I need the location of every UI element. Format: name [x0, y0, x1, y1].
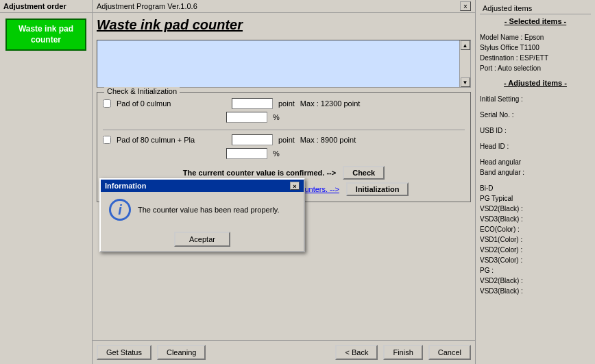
- left-panel: Adjustment order Waste ink padcounter: [0, 0, 93, 364]
- pad0-row: Pad of 0 culmun 0 point Max : 12300 poin…: [103, 98, 465, 123]
- port: Port : Auto selection: [480, 63, 591, 73]
- pad80-row: Pad of 80 culmun + Pla 0 point Max : 890…: [103, 134, 465, 159]
- vsd2-black-2: VSD2(Black) :: [480, 276, 591, 286]
- bottom-buttons-bar: Get Status Cleaning < Back Finish Cancel: [93, 340, 475, 364]
- main-panel: Adjustment Program Ver.1.0.6 × Waste ink…: [93, 0, 475, 364]
- dialog-message: The counter value has been read properly…: [138, 206, 279, 214]
- scroll-down-arrow[interactable]: ▼: [461, 77, 470, 87]
- page-title: Waste ink pad counter: [97, 17, 471, 33]
- program-title: Adjustment Program Ver.1.0.6: [97, 2, 197, 10]
- vsd3-black-2: VSD3(Black) :: [480, 286, 591, 296]
- bi-d: Bi-D: [480, 183, 591, 193]
- text-display-scrollbar: ▲ ▼: [459, 40, 470, 87]
- confirm-text: The current counter value is confirmed. …: [183, 169, 336, 177]
- right-panel-title: Adjusted items: [480, 3, 591, 14]
- dialog-title-bar: Information ×: [101, 180, 304, 192]
- pg-typical: PG Typical: [480, 193, 591, 204]
- pad0-row-bottom: 0 %: [226, 112, 465, 123]
- pad0-unit1: point: [278, 99, 295, 108]
- left-panel-title: Adjustment order: [0, 0, 92, 13]
- waste-pad-button[interactable]: Waste ink padcounter: [5, 19, 86, 51]
- pad0-row-top: Pad of 0 culmun 0 point Max : 12300 poin…: [103, 98, 465, 109]
- info-dialog: Information × i The counter value has be…: [99, 178, 305, 252]
- pad80-row-top: Pad of 80 culmun + Pla 0 point Max : 890…: [103, 134, 465, 145]
- cleaning-button[interactable]: Cleaning: [157, 345, 206, 360]
- confirm-row: The current counter value is confirmed. …: [103, 166, 465, 180]
- scroll-up-arrow[interactable]: ▲: [461, 40, 470, 50]
- cancel-button[interactable]: Cancel: [428, 345, 471, 360]
- band-angular: Band angular :: [480, 167, 591, 178]
- vsd1-color: VSD1(Color) :: [480, 234, 591, 245]
- dialog-title: Information: [105, 182, 147, 190]
- dialog-close-button[interactable]: ×: [290, 182, 300, 190]
- head-id: Head ID :: [480, 141, 591, 151]
- dialog-overlay: Information × i The counter value has be…: [99, 178, 305, 252]
- pad0-value1[interactable]: 0: [232, 98, 273, 109]
- eco-color: ECO(Color) :: [480, 224, 591, 234]
- pad0-value2[interactable]: 0: [226, 112, 267, 123]
- head-angular: Head angular: [480, 157, 591, 167]
- separator: [103, 130, 465, 130]
- main-close-button[interactable]: ×: [460, 1, 471, 11]
- main-content: Waste ink pad counter ▲ ▼ Check & Initia…: [93, 13, 475, 340]
- dialog-footer: Aceptar: [101, 228, 304, 251]
- pad80-max: Max : 8900 point: [300, 136, 356, 144]
- main-title-bar: Adjustment Program Ver.1.0.6 ×: [93, 0, 475, 13]
- vsd3-black: VSD3(Black) :: [480, 214, 591, 224]
- pad0-max: Max : 12300 point: [300, 99, 360, 108]
- pad0-unit2: %: [273, 113, 280, 121]
- model-detail: Stylus Office T1100: [480, 43, 591, 53]
- vsd2-color: VSD2(Color) :: [480, 245, 591, 255]
- pad80-value2[interactable]: 0: [226, 148, 267, 159]
- check-button[interactable]: Check: [343, 166, 385, 180]
- model-name: Model Name : Epson: [480, 32, 591, 43]
- aceptar-button[interactable]: Aceptar: [174, 232, 230, 247]
- initial-setting: Initial Setting :: [480, 94, 591, 104]
- pad80-unit2: %: [273, 149, 280, 158]
- pad80-checkbox[interactable]: [103, 136, 111, 144]
- adjusted-items-title: - Adjusted items -: [480, 79, 591, 87]
- vsd2-black: VSD2(Black) :: [480, 204, 591, 214]
- vsd3-color: VSD3(Color) :: [480, 255, 591, 265]
- get-status-button[interactable]: Get Status: [97, 345, 151, 360]
- selected-items-title: - Selected items -: [480, 17, 591, 25]
- pad80-value1[interactable]: 0: [232, 134, 273, 145]
- dialog-body: i The counter value has been read proper…: [101, 192, 304, 228]
- back-button[interactable]: < Back: [335, 345, 378, 360]
- right-panel: Adjusted items - Selected items - Model …: [475, 0, 595, 364]
- pad80-label: Pad of 80 culmun + Pla: [117, 136, 226, 144]
- pad0-checkbox[interactable]: [103, 99, 111, 108]
- usb-id: USB ID :: [480, 125, 591, 136]
- initialization-button[interactable]: Initialization: [346, 182, 409, 196]
- info-icon: i: [109, 199, 131, 221]
- text-display-area: ▲ ▼: [97, 40, 471, 88]
- finish-button[interactable]: Finish: [383, 345, 422, 360]
- pad80-row-bottom: 0 %: [226, 148, 465, 159]
- pad0-label: Pad of 0 culmun: [117, 99, 226, 108]
- pg: PG :: [480, 265, 591, 276]
- destination: Destination : ESP/ETT: [480, 53, 591, 63]
- check-group-legend: Check & Initialization: [104, 87, 180, 95]
- pad80-unit1: point: [278, 136, 295, 144]
- serial-no: Serial No. :: [480, 110, 591, 120]
